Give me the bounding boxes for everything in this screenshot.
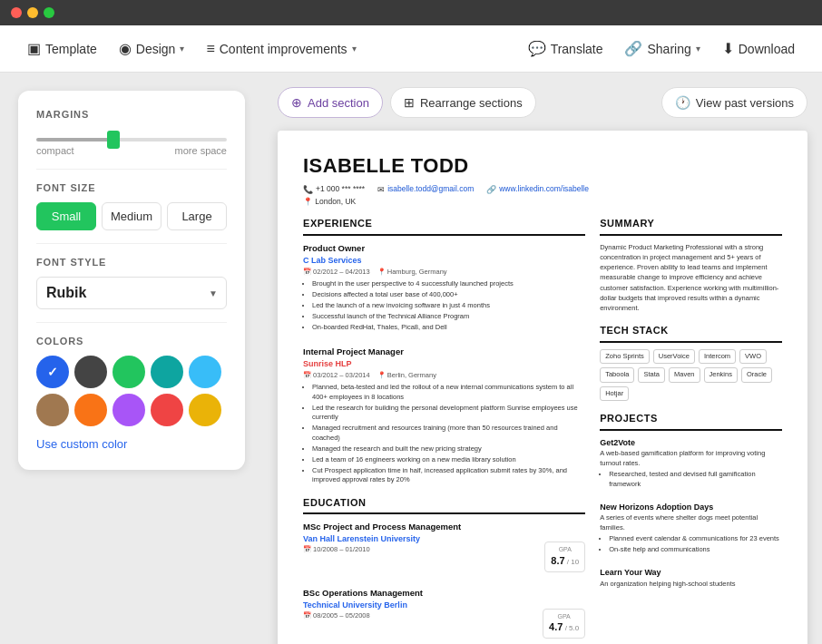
project-1-title: Get2Vote	[600, 437, 782, 449]
bullet: Brought in the user perspective to 4 suc…	[312, 279, 585, 289]
font-size-large[interactable]: Large	[167, 202, 227, 230]
tech-tag: Jenkins	[704, 367, 738, 383]
left-panel: MARGINS compact more space FONT SIZE Sma…	[0, 73, 263, 644]
color-swatch-blue[interactable]	[36, 356, 69, 388]
minimize-dot[interactable]	[27, 7, 38, 18]
sharing-nav[interactable]: 🔗 Sharing ▾	[615, 34, 709, 63]
clock-icon: 🕐	[675, 95, 690, 110]
sharing-icon: 🔗	[624, 40, 642, 57]
margin-slider[interactable]	[36, 138, 227, 141]
template-icon: ▣	[27, 40, 41, 57]
job-2: Internal Project Manager Sunrise HLP 📅 0…	[303, 346, 585, 485]
resume-email: ✉ isabelle.todd@gmail.com	[377, 184, 474, 196]
add-section-icon: ⊕	[291, 95, 302, 110]
resume-website: 🔗 www.linkedin.com/isabelle	[486, 184, 589, 196]
color-swatch-gold[interactable]	[189, 394, 221, 426]
font-size-small[interactable]: Small	[36, 202, 96, 230]
maximize-dot[interactable]	[44, 7, 54, 18]
tech-tag: Zoho Sprints	[600, 349, 650, 365]
resume-location: 📍 London, UK	[303, 197, 782, 208]
download-label: Download	[739, 42, 795, 56]
design-nav[interactable]: ◉ Design ▾	[110, 34, 194, 63]
navbar: ▣ Template ◉ Design ▾ ≡ Content improvem…	[0, 25, 822, 73]
translate-nav[interactable]: 💬 Translate	[519, 34, 612, 63]
summary-text: Dynamic Product Marketing Professional w…	[600, 242, 782, 314]
bullet: Successful launch of the Technical Allia…	[312, 312, 585, 322]
job-2-title: Internal Project Manager	[303, 346, 585, 357]
color-swatch-purple[interactable]	[113, 394, 145, 426]
tech-stack-title: TECH STACK	[600, 324, 782, 342]
color-swatch-dark-gray[interactable]	[74, 356, 107, 388]
project-1: Get2Vote A web-based gamification platfo…	[600, 437, 782, 490]
custom-color-link[interactable]: Use custom color	[36, 437, 127, 451]
rearrange-sections-button[interactable]: ⊞ Rearrange sections	[390, 87, 536, 118]
font-size-medium[interactable]: Medium	[102, 202, 161, 230]
project-2-title: New Horizons Adoption Days	[600, 502, 782, 513]
project-1-desc: A web-based gamification platform for im…	[600, 449, 782, 468]
bullet: Led a team of 16 engineers working on a …	[312, 455, 585, 465]
tech-tag: Oracle	[741, 367, 772, 383]
job-2-bullets: Planned, beta-tested and led the rollout…	[303, 383, 585, 485]
bullet: Led the launch of a new invoicing softwa…	[312, 301, 585, 311]
color-swatch-tan[interactable]	[36, 394, 69, 426]
color-swatch-light-blue[interactable]	[189, 356, 221, 388]
project-2-desc: A series of events where shelter dogs me…	[600, 513, 782, 532]
edu-1-degree: MSc Project and Process Management	[303, 521, 585, 532]
content-area: ⊕ Add section ⊞ Rearrange sections 🕐 Vie…	[263, 73, 822, 644]
content-nav[interactable]: ≡ Content improvements ▾	[197, 35, 365, 63]
job-1-bullets: Brought in the user perspective to 4 suc…	[303, 279, 585, 333]
font-select-wrapper: Rubik	[36, 277, 227, 309]
sharing-chevron: ▾	[696, 44, 700, 54]
font-size-buttons: Small Medium Large	[36, 202, 227, 230]
summary-section: SUMMARY Dynamic Product Marketing Profes…	[600, 217, 782, 313]
job-1-company: C Lab Services	[303, 255, 585, 267]
resume-phone: 📞 +1 000 *** ****	[303, 184, 365, 196]
project-1-bullets: Researched, tested and devised full gami…	[600, 470, 782, 489]
edu-1: MSc Project and Process Management Van H…	[303, 521, 585, 572]
resume-body: EXPERIENCE Product Owner C Lab Services …	[303, 217, 782, 644]
experience-title: EXPERIENCE	[303, 217, 585, 235]
tech-tag: Intercom	[699, 349, 736, 365]
margin-slider-container: compact more space	[36, 129, 227, 156]
resume-left-col: EXPERIENCE Product Owner C Lab Services …	[303, 217, 585, 644]
tech-tag: VWO	[739, 349, 767, 365]
job-1-dates: 📅 02/2012 – 04/2013	[303, 268, 370, 278]
font-style-select[interactable]: Rubik	[36, 277, 227, 309]
project-3-title: Learn Your Way	[600, 567, 782, 579]
bullet: On-boarded RedHat, Thales, Pica8, and De…	[312, 323, 585, 333]
divider-2	[36, 243, 227, 244]
download-nav[interactable]: ⬇ Download	[713, 34, 804, 63]
color-swatch-red[interactable]	[151, 394, 183, 426]
bullet: Led the research for building the person…	[312, 404, 585, 423]
color-swatch-green[interactable]	[113, 356, 145, 388]
download-icon: ⬇	[722, 40, 734, 57]
tech-tag: Hotjar	[600, 386, 629, 402]
project-3: Learn Your Way An organization helping h…	[600, 567, 782, 589]
resume-contact: 📞 +1 000 *** **** ✉ isabelle.todd@gmail.…	[303, 184, 782, 196]
font-size-label: FONT SIZE	[36, 182, 227, 193]
add-section-button[interactable]: ⊕ Add section	[278, 87, 383, 118]
project-3-desc: An organization helping high-school stud…	[600, 580, 782, 590]
bullet: On-site help and communications	[609, 545, 782, 555]
font-value: Rubik	[46, 285, 86, 301]
color-swatch-teal[interactable]	[151, 356, 183, 388]
template-nav[interactable]: ▣ Template	[18, 34, 106, 63]
bullet: Managed recruitment and resources traini…	[312, 424, 585, 443]
bullet: Researched, tested and devised full gami…	[609, 470, 782, 489]
job-1-location: 📍 Hamburg, Germany	[377, 268, 447, 278]
job-2-location: 📍 Berlin, Germany	[377, 371, 436, 381]
view-past-versions-button[interactable]: 🕐 View past versions	[661, 87, 807, 118]
close-dot[interactable]	[11, 7, 22, 18]
tech-tag: Stata	[638, 367, 665, 383]
color-swatch-orange[interactable]	[74, 394, 107, 426]
more-space-label: more space	[175, 145, 227, 156]
experience-section: EXPERIENCE Product Owner C Lab Services …	[303, 217, 585, 484]
margins-label: MARGINS	[36, 109, 227, 120]
bullet: Planned event calendar & communications …	[609, 534, 782, 544]
job-2-company: Sunrise HLP	[303, 358, 585, 370]
design-label: Design	[136, 42, 176, 56]
design-icon: ◉	[119, 40, 132, 57]
job-2-dates: 📅 03/2012 – 03/2014	[303, 371, 370, 381]
design-chevron: ▾	[180, 44, 184, 54]
bullet: Managed the research and built the new p…	[312, 444, 585, 454]
